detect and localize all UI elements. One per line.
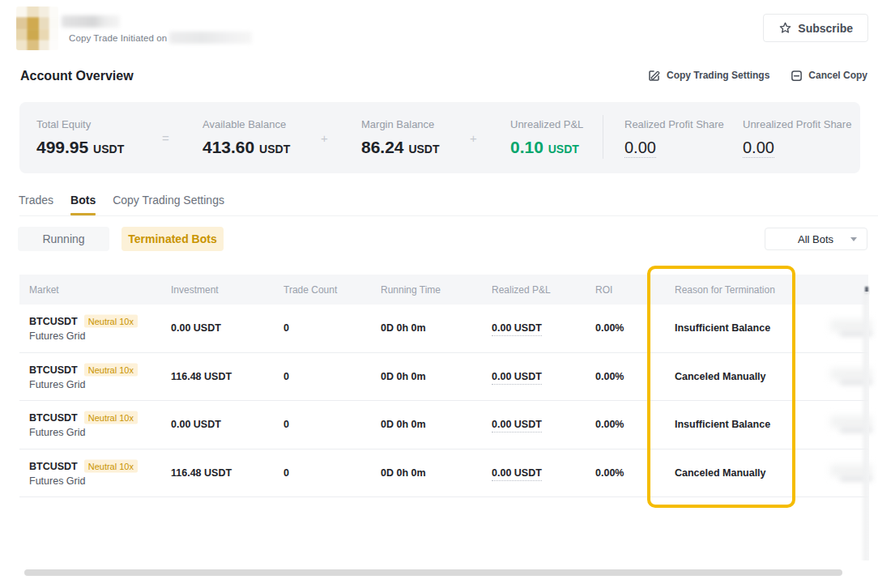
market-type: Futures Grid [29, 427, 138, 438]
strategy-tag: Neutral 10x [84, 363, 138, 376]
stat-value: 413.60 [202, 138, 254, 156]
reason-cell: Canceled Manually [675, 371, 766, 382]
avatar-mosaic [16, 6, 58, 50]
market-type: Futures Grid [29, 378, 138, 390]
stat-label: Unrealized P&L [510, 118, 583, 130]
trade-count-cell: 0 [283, 467, 289, 479]
all-bots-selected-value: All Bots [798, 233, 833, 245]
all-bots-dropdown[interactable]: All Bots [765, 228, 867, 250]
stat-label: Margin Balance [361, 118, 434, 130]
right-edge-strip [860, 292, 869, 560]
minus-square-icon [791, 70, 803, 82]
col-realized-pnl: Realized P&L [492, 284, 551, 296]
roi-cell: 0.00% [595, 419, 624, 430]
running-time-cell: 0D 0h 0m [381, 371, 426, 382]
terminated-bots-table: Market Investment Trade Count Running Ti… [19, 275, 868, 497]
subscribe-button[interactable]: Subscribe [763, 14, 868, 42]
market-symbol: BTCUSDT [29, 316, 78, 327]
chevron-down-icon [850, 237, 857, 241]
trader-name-blurred [62, 15, 120, 28]
realized-pnl-cell[interactable]: 0.00 USDT [492, 371, 542, 385]
col-trade-count: Trade Count [283, 284, 337, 296]
market-type: Futures Grid [29, 475, 138, 486]
investment-cell: 116.48 USDT [171, 467, 232, 479]
reason-cell: Insufficient Balance [675, 322, 770, 334]
table-header: Market Investment Trade Count Running Ti… [19, 275, 868, 305]
stat-label: Unrealized Profit Share [743, 118, 851, 130]
realized-pnl-cell[interactable]: 0.00 USDT [492, 467, 542, 481]
copy-trading-settings-label: Copy Trading Settings [667, 70, 769, 81]
tab-trades[interactable]: Trades [19, 194, 53, 215]
market-cell: BTCUSDT Neutral 10x Futures Grid [29, 315, 138, 342]
stat-value: 86.24 [361, 138, 404, 156]
plus-sign: + [470, 131, 477, 145]
tab-bots[interactable]: Bots [70, 194, 96, 215]
initiated-date-blurred [169, 32, 252, 44]
tab-copy-trading-settings[interactable]: Copy Trading Settings [113, 194, 224, 215]
stats-divider [603, 115, 603, 159]
trader-avatar-blurred[interactable] [16, 6, 58, 50]
tabs: Trades Bots Copy Trading Settings [19, 194, 224, 215]
account-stats-bar: Total Equity 499.95 USDT = Available Bal… [19, 102, 860, 173]
tabs-divider [19, 215, 878, 216]
stat-unit: USDT [259, 143, 290, 156]
cancel-copy-link[interactable]: Cancel Copy [791, 70, 867, 82]
market-symbol: BTCUSDT [29, 412, 78, 424]
trade-count-cell: 0 [283, 419, 289, 430]
market-cell: BTCUSDT Neutral 10x Futures Grid [29, 459, 138, 486]
equals-sign: = [162, 131, 169, 145]
market-cell: BTCUSDT Neutral 10x Futures Grid [29, 411, 138, 438]
table-row: BTCUSDT Neutral 10x Futures Grid 116.48 … [19, 353, 868, 402]
stat-value: 0.00 [743, 138, 774, 158]
copy-trading-settings-link[interactable]: Copy Trading Settings [648, 69, 769, 82]
running-time-cell: 0D 0h 0m [381, 419, 426, 430]
investment-cell: 0.00 USDT [171, 419, 221, 430]
stat-value: 499.95 [36, 138, 88, 156]
running-time-cell: 0D 0h 0m [381, 467, 426, 479]
stat-unit: USDT [93, 143, 124, 156]
trade-count-cell: 0 [283, 371, 289, 382]
cancel-copy-label: Cancel Copy [808, 70, 867, 81]
horizontal-scrollbar[interactable] [24, 569, 842, 576]
strategy-tag: Neutral 10x [84, 459, 138, 472]
star-icon [778, 21, 792, 35]
col-running-time: Running Time [381, 284, 441, 296]
col-market: Market [29, 284, 59, 296]
roi-cell: 0.00% [595, 467, 624, 479]
subscribe-label: Subscribe [798, 22, 853, 35]
page-title: Account Overview [20, 69, 134, 83]
running-filter-button[interactable]: Running [18, 227, 109, 251]
copy-trading-page: Copy Trade Initiated on Subscribe Accoun… [0, 0, 878, 588]
reason-cell: Canceled Manually [675, 467, 766, 479]
market-symbol: BTCUSDT [29, 364, 78, 375]
stat-label: Available Balance [202, 118, 286, 130]
plus-sign: + [321, 131, 328, 145]
roi-cell: 0.00% [595, 371, 624, 382]
stat-unit: USDT [408, 143, 439, 156]
realized-pnl-cell[interactable]: 0.00 USDT [492, 322, 542, 336]
investment-cell: 0.00 USDT [171, 322, 221, 334]
market-cell: BTCUSDT Neutral 10x Futures Grid [29, 363, 138, 390]
table-row: BTCUSDT Neutral 10x Futures Grid 0.00 US… [19, 401, 868, 450]
roi-cell: 0.00% [595, 322, 624, 334]
stat-label: Realized Profit Share [624, 118, 724, 130]
stat-unit: USDT [548, 143, 579, 156]
terminated-bots-filter-button[interactable]: Terminated Bots [121, 227, 224, 251]
strategy-tag: Neutral 10x [84, 411, 138, 424]
stat-value: 0.00 [624, 138, 656, 158]
col-investment: Investment [171, 284, 219, 296]
strategy-tag: Neutral 10x [84, 315, 138, 328]
stat-value: 0.10 [510, 138, 543, 156]
col-reason-for-termination: Reason for Termination [675, 284, 775, 296]
table-row: BTCUSDT Neutral 10x Futures Grid 116.48 … [19, 450, 868, 498]
edit-icon [648, 69, 661, 82]
market-type: Futures Grid [29, 330, 138, 342]
stat-label: Total Equity [36, 118, 91, 130]
market-symbol: BTCUSDT [29, 460, 78, 471]
reason-cell: Insufficient Balance [675, 419, 770, 430]
table-row: BTCUSDT Neutral 10x Futures Grid 0.00 US… [19, 305, 868, 353]
realized-pnl-cell[interactable]: 0.00 USDT [492, 419, 542, 432]
running-time-cell: 0D 0h 0m [381, 322, 426, 334]
col-roi: ROI [595, 284, 612, 296]
trade-count-cell: 0 [283, 322, 289, 334]
